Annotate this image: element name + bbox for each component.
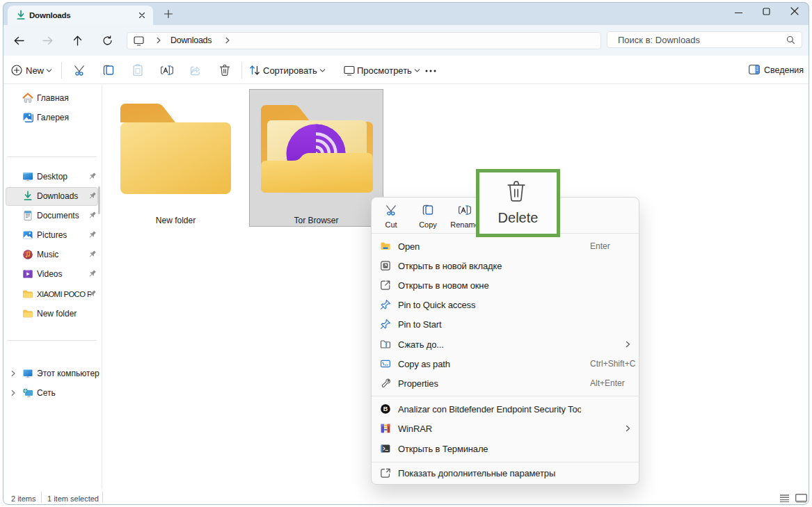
- svg-text:B: B: [383, 405, 388, 412]
